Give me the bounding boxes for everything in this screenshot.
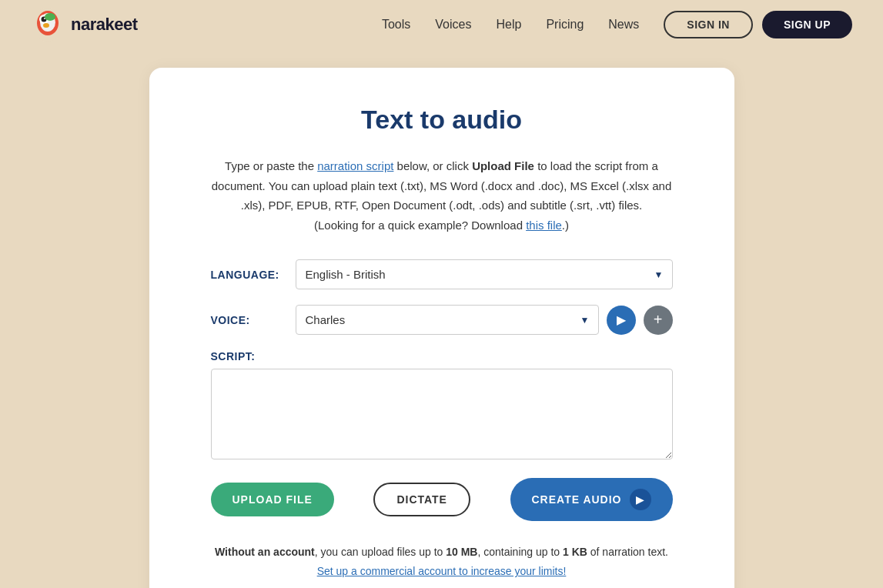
language-select[interactable]: English - British English - American Eng… xyxy=(296,259,673,289)
nav-item-news[interactable]: News xyxy=(608,18,639,32)
svg-point-7 xyxy=(45,13,55,21)
footer-without-account: Without an account xyxy=(215,546,315,558)
narration-script-link[interactable]: narration script xyxy=(317,159,393,172)
commercial-account-link[interactable]: Set up a commercial account to increase … xyxy=(317,565,567,577)
plus-icon: + xyxy=(654,311,663,329)
play-voice-button[interactable]: ▶ xyxy=(607,306,636,335)
language-select-wrapper: English - British English - American Eng… xyxy=(296,259,673,289)
nav-item-help[interactable]: Help xyxy=(496,18,521,32)
create-audio-button[interactable]: CREATE AUDIO ▶ xyxy=(510,478,673,521)
script-textarea[interactable] xyxy=(211,369,673,459)
header: narakeet Tools Voices Help Pricing News … xyxy=(0,0,883,49)
desc-close: .) xyxy=(562,219,569,232)
this-file-link[interactable]: this file xyxy=(526,219,562,232)
language-label: LANGUAGE: xyxy=(211,269,296,281)
nav-item-pricing[interactable]: Pricing xyxy=(546,18,584,32)
create-audio-label: CREATE AUDIO xyxy=(532,493,622,506)
voice-select-wrapper: Charles Emma George Olivia ▼ xyxy=(296,305,599,335)
page-title: Text to audio xyxy=(211,105,673,135)
main-nav: Tools Voices Help Pricing News xyxy=(382,18,639,32)
upload-file-button[interactable]: UPLOAD FILE xyxy=(211,483,334,516)
script-label: SCRIPT: xyxy=(211,350,673,362)
play-icon: ▶ xyxy=(617,312,626,327)
svg-point-6 xyxy=(43,23,49,28)
footer-middle: , you can upload files up to xyxy=(315,546,446,558)
voice-controls: ▶ + xyxy=(607,306,673,335)
desc-example: (Looking for a quick example? Download xyxy=(314,219,526,232)
footer-middle2: , containing up to xyxy=(477,546,563,558)
logo-text: narakeet xyxy=(71,15,138,35)
logo-area: narakeet xyxy=(31,8,138,42)
voice-label: VOICE: xyxy=(211,314,296,326)
language-row: LANGUAGE: English - British English - Am… xyxy=(211,259,673,289)
voice-row: VOICE: Charles Emma George Olivia ▼ ▶ + xyxy=(211,305,673,335)
upload-file-bold: Upload File xyxy=(472,159,534,172)
actions-row: UPLOAD FILE DICTATE CREATE AUDIO ▶ xyxy=(211,478,673,521)
voice-select[interactable]: Charles Emma George Olivia xyxy=(296,305,599,335)
description-text: Type or paste the narration script below… xyxy=(211,156,673,235)
footer-note: Without an account, you can upload files… xyxy=(211,543,673,581)
dictate-button[interactable]: DICTATE xyxy=(373,483,470,516)
create-audio-play-icon: ▶ xyxy=(630,489,651,510)
card: Text to audio Type or paste the narratio… xyxy=(149,68,734,588)
sign-in-button[interactable]: SIGN IN xyxy=(664,11,753,38)
sign-up-button[interactable]: SIGN UP xyxy=(762,11,852,38)
footer-1kb: 1 KB xyxy=(563,546,587,558)
script-row: SCRIPT: xyxy=(211,350,673,459)
nav-item-tools[interactable]: Tools xyxy=(382,18,410,32)
logo-icon xyxy=(31,8,65,42)
footer-suffix: of narration text. xyxy=(587,546,668,558)
desc-middle: below, or click xyxy=(393,159,472,172)
add-voice-button[interactable]: + xyxy=(644,306,673,335)
desc-prefix: Type or paste the xyxy=(225,159,317,172)
main-content: Text to audio Type or paste the narratio… xyxy=(0,49,883,588)
footer-10mb: 10 MB xyxy=(446,546,477,558)
nav-item-voices[interactable]: Voices xyxy=(435,18,471,32)
